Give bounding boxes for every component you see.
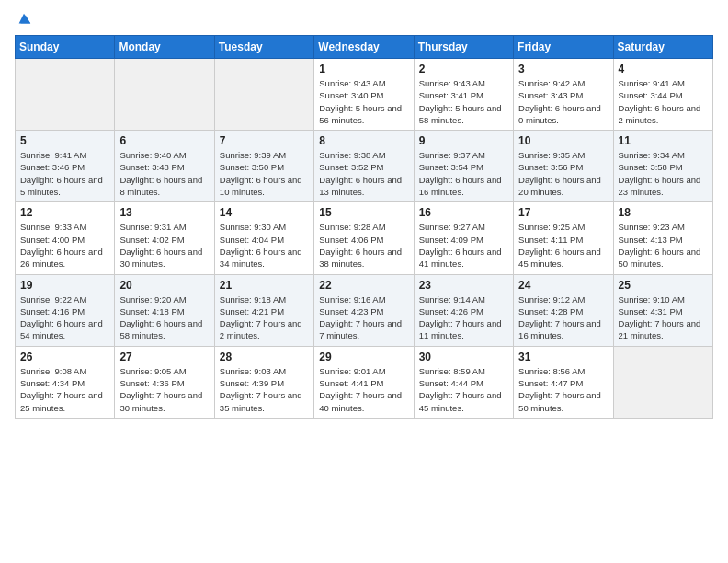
day-number: 27 <box>119 350 209 363</box>
day-info: Sunrise: 9:35 AM Sunset: 3:56 PM Dayligh… <box>518 149 608 198</box>
day-cell: 26Sunrise: 9:08 AM Sunset: 4:34 PM Dayli… <box>16 346 115 418</box>
day-cell <box>613 346 712 418</box>
day-cell: 1Sunrise: 9:43 AM Sunset: 3:40 PM Daylig… <box>314 59 414 131</box>
day-cell: 29Sunrise: 9:01 AM Sunset: 4:41 PM Dayli… <box>314 346 414 418</box>
logo-icon <box>16 11 32 28</box>
day-info: Sunrise: 8:56 AM Sunset: 4:47 PM Dayligh… <box>518 365 608 414</box>
day-number: 14 <box>220 206 309 219</box>
day-cell: 27Sunrise: 9:05 AM Sunset: 4:36 PM Dayli… <box>115 346 214 418</box>
day-cell: 30Sunrise: 8:59 AM Sunset: 4:44 PM Dayli… <box>414 346 513 418</box>
header-friday: Friday <box>514 36 613 59</box>
day-number: 17 <box>518 206 608 219</box>
day-info: Sunrise: 9:42 AM Sunset: 3:43 PM Dayligh… <box>518 77 608 126</box>
day-number: 12 <box>20 206 109 219</box>
day-cell: 17Sunrise: 9:25 AM Sunset: 4:11 PM Dayli… <box>514 202 613 274</box>
header-thursday: Thursday <box>414 36 513 59</box>
day-info: Sunrise: 9:12 AM Sunset: 4:28 PM Dayligh… <box>518 293 608 342</box>
day-number: 7 <box>220 134 309 147</box>
day-cell: 11Sunrise: 9:34 AM Sunset: 3:58 PM Dayli… <box>613 131 712 202</box>
day-cell: 9Sunrise: 9:37 AM Sunset: 3:54 PM Daylig… <box>414 131 513 202</box>
day-info: Sunrise: 9:34 AM Sunset: 3:58 PM Dayligh… <box>619 149 708 198</box>
header-row: SundayMondayTuesdayWednesdayThursdayFrid… <box>16 36 713 59</box>
day-cell: 12Sunrise: 9:33 AM Sunset: 4:00 PM Dayli… <box>16 202 115 274</box>
day-number: 29 <box>319 350 408 363</box>
day-number: 26 <box>20 350 109 363</box>
day-number: 24 <box>518 279 608 292</box>
day-info: Sunrise: 9:40 AM Sunset: 3:48 PM Dayligh… <box>119 149 209 198</box>
day-cell: 14Sunrise: 9:30 AM Sunset: 4:04 PM Dayli… <box>214 202 313 274</box>
day-info: Sunrise: 9:05 AM Sunset: 4:36 PM Dayligh… <box>119 365 209 414</box>
day-number: 21 <box>220 279 309 292</box>
day-info: Sunrise: 9:22 AM Sunset: 4:16 PM Dayligh… <box>20 293 109 342</box>
day-cell: 16Sunrise: 9:27 AM Sunset: 4:09 PM Dayli… <box>414 202 513 274</box>
day-info: Sunrise: 9:28 AM Sunset: 4:06 PM Dayligh… <box>319 221 408 270</box>
day-cell: 5Sunrise: 9:41 AM Sunset: 3:46 PM Daylig… <box>16 131 115 202</box>
day-cell: 22Sunrise: 9:16 AM Sunset: 4:23 PM Dayli… <box>314 274 414 346</box>
day-cell: 31Sunrise: 8:56 AM Sunset: 4:47 PM Dayli… <box>514 346 613 418</box>
header-sunday: Sunday <box>16 36 115 59</box>
week-row-1: 1Sunrise: 9:43 AM Sunset: 3:40 PM Daylig… <box>16 59 713 131</box>
day-cell <box>115 59 214 131</box>
header-monday: Monday <box>115 36 214 59</box>
day-number: 22 <box>319 279 408 292</box>
day-info: Sunrise: 9:16 AM Sunset: 4:23 PM Dayligh… <box>319 293 408 342</box>
day-info: Sunrise: 8:59 AM Sunset: 4:44 PM Dayligh… <box>419 365 508 414</box>
day-cell: 2Sunrise: 9:43 AM Sunset: 3:41 PM Daylig… <box>414 59 513 131</box>
day-number: 1 <box>319 63 408 75</box>
day-info: Sunrise: 9:39 AM Sunset: 3:50 PM Dayligh… <box>220 149 309 198</box>
day-cell <box>16 59 115 131</box>
week-row-4: 19Sunrise: 9:22 AM Sunset: 4:16 PM Dayli… <box>16 274 713 346</box>
page: SundayMondayTuesdayWednesdayThursdayFrid… <box>0 0 728 563</box>
header-tuesday: Tuesday <box>214 36 313 59</box>
day-info: Sunrise: 9:08 AM Sunset: 4:34 PM Dayligh… <box>20 365 109 414</box>
day-cell: 24Sunrise: 9:12 AM Sunset: 4:28 PM Dayli… <box>514 274 613 346</box>
day-info: Sunrise: 9:23 AM Sunset: 4:13 PM Dayligh… <box>619 221 708 270</box>
day-number: 19 <box>20 279 109 292</box>
day-info: Sunrise: 9:43 AM Sunset: 3:40 PM Dayligh… <box>319 77 408 126</box>
day-cell: 20Sunrise: 9:20 AM Sunset: 4:18 PM Dayli… <box>115 274 214 346</box>
day-cell: 25Sunrise: 9:10 AM Sunset: 4:31 PM Dayli… <box>613 274 712 346</box>
day-info: Sunrise: 9:31 AM Sunset: 4:02 PM Dayligh… <box>119 221 209 270</box>
calendar-header: SundayMondayTuesdayWednesdayThursdayFrid… <box>16 36 713 59</box>
day-info: Sunrise: 9:25 AM Sunset: 4:11 PM Dayligh… <box>518 221 608 270</box>
calendar-body: 1Sunrise: 9:43 AM Sunset: 3:40 PM Daylig… <box>16 59 713 419</box>
day-number: 18 <box>619 206 708 219</box>
day-cell: 8Sunrise: 9:38 AM Sunset: 3:52 PM Daylig… <box>314 131 414 202</box>
day-number: 23 <box>419 279 508 292</box>
day-number: 6 <box>119 134 209 147</box>
week-row-5: 26Sunrise: 9:08 AM Sunset: 4:34 PM Dayli… <box>16 346 713 418</box>
day-info: Sunrise: 9:18 AM Sunset: 4:21 PM Dayligh… <box>220 293 309 342</box>
day-cell: 23Sunrise: 9:14 AM Sunset: 4:26 PM Dayli… <box>414 274 513 346</box>
day-cell: 7Sunrise: 9:39 AM Sunset: 3:50 PM Daylig… <box>214 131 313 202</box>
day-cell: 19Sunrise: 9:22 AM Sunset: 4:16 PM Dayli… <box>16 274 115 346</box>
day-number: 5 <box>20 134 109 147</box>
day-number: 15 <box>319 206 408 219</box>
day-info: Sunrise: 9:33 AM Sunset: 4:00 PM Dayligh… <box>20 221 109 270</box>
day-number: 16 <box>419 206 508 219</box>
day-number: 20 <box>119 279 209 292</box>
day-info: Sunrise: 9:10 AM Sunset: 4:31 PM Dayligh… <box>619 293 708 342</box>
logo <box>15 11 32 28</box>
week-row-3: 12Sunrise: 9:33 AM Sunset: 4:00 PM Dayli… <box>16 202 713 274</box>
day-number: 4 <box>619 63 708 75</box>
day-number: 8 <box>319 134 408 147</box>
day-cell: 18Sunrise: 9:23 AM Sunset: 4:13 PM Dayli… <box>613 202 712 274</box>
header-wednesday: Wednesday <box>314 36 414 59</box>
day-cell: 15Sunrise: 9:28 AM Sunset: 4:06 PM Dayli… <box>314 202 414 274</box>
day-cell: 21Sunrise: 9:18 AM Sunset: 4:21 PM Dayli… <box>214 274 313 346</box>
day-info: Sunrise: 9:41 AM Sunset: 3:44 PM Dayligh… <box>619 77 708 126</box>
day-info: Sunrise: 9:14 AM Sunset: 4:26 PM Dayligh… <box>419 293 508 342</box>
week-row-2: 5Sunrise: 9:41 AM Sunset: 3:46 PM Daylig… <box>16 131 713 202</box>
day-info: Sunrise: 9:01 AM Sunset: 4:41 PM Dayligh… <box>319 365 408 414</box>
day-number: 9 <box>419 134 508 147</box>
day-info: Sunrise: 9:30 AM Sunset: 4:04 PM Dayligh… <box>220 221 309 270</box>
day-cell: 28Sunrise: 9:03 AM Sunset: 4:39 PM Dayli… <box>214 346 313 418</box>
day-number: 11 <box>619 134 708 147</box>
day-cell: 6Sunrise: 9:40 AM Sunset: 3:48 PM Daylig… <box>115 131 214 202</box>
day-number: 10 <box>518 134 608 147</box>
day-cell: 10Sunrise: 9:35 AM Sunset: 3:56 PM Dayli… <box>514 131 613 202</box>
day-cell: 4Sunrise: 9:41 AM Sunset: 3:44 PM Daylig… <box>613 59 712 131</box>
day-number: 13 <box>119 206 209 219</box>
day-number: 2 <box>419 63 508 75</box>
day-number: 31 <box>518 350 608 363</box>
